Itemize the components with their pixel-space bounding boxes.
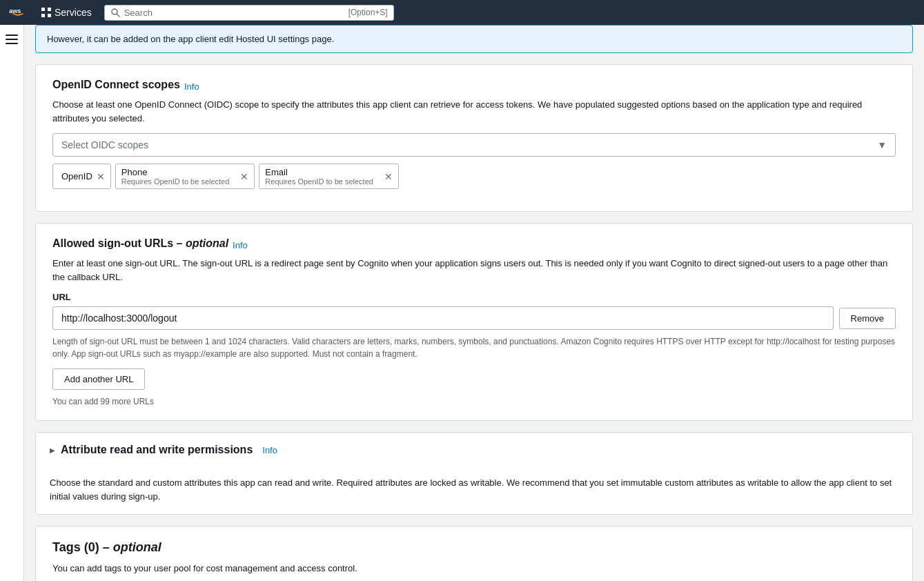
search-bar[interactable]: [Option+S] bbox=[104, 5, 394, 21]
svg-text:aws: aws bbox=[9, 8, 21, 14]
oidc-scopes-description: Choose at least one OpenID Connect (OIDC… bbox=[52, 98, 896, 125]
add-url-button[interactable]: Add another URL bbox=[52, 368, 145, 390]
tags-section: Tags (0) – optional You can add tags to … bbox=[35, 526, 913, 581]
signout-urls-description: Enter at least one sign-out URL. The sig… bbox=[52, 257, 896, 284]
svg-rect-1 bbox=[41, 8, 45, 11]
svg-rect-8 bbox=[6, 39, 18, 40]
top-navigation: aws Services [Option+S] bbox=[0, 0, 924, 25]
main-content: However, it can be added on the app clie… bbox=[24, 25, 924, 581]
attribute-permissions-header[interactable]: ▶ Attribute read and write permissions I… bbox=[36, 433, 912, 468]
tags-description: You can add tags to your user pool for c… bbox=[52, 562, 896, 575]
aws-logo-icon: aws bbox=[7, 5, 29, 20]
svg-line-6 bbox=[117, 14, 119, 17]
attribute-permissions-title: Attribute read and write permissions bbox=[61, 444, 253, 456]
scope-tag-email-content: Email Requires OpenID to be selected bbox=[259, 164, 379, 188]
attribute-permissions-info-link[interactable]: Info bbox=[262, 445, 277, 455]
oidc-scopes-section: OpenID Connect scopes Info Choose at lea… bbox=[35, 64, 913, 212]
svg-rect-9 bbox=[6, 43, 18, 44]
scope-tag-email: Email Requires OpenID to be selected ✕ bbox=[259, 164, 399, 189]
scope-tag-phone-content: Phone Requires OpenID to be selected bbox=[116, 164, 235, 188]
grid-icon bbox=[41, 8, 51, 17]
oidc-scopes-tags: OpenID ✕ Phone Requires OpenID to be sel… bbox=[52, 164, 896, 189]
signout-urls-title: Allowed sign-out URLs – optional bbox=[52, 237, 228, 250]
scope-tag-phone-remove[interactable]: ✕ bbox=[235, 164, 254, 188]
hamburger-button[interactable] bbox=[3, 30, 21, 50]
dropdown-chevron-icon: ▼ bbox=[877, 139, 887, 150]
oidc-scopes-title: OpenID Connect scopes bbox=[52, 79, 180, 91]
scope-tag-phone: Phone Requires OpenID to be selected ✕ bbox=[115, 164, 255, 189]
svg-rect-3 bbox=[41, 14, 45, 17]
search-icon bbox=[110, 8, 120, 17]
info-banner-text: However, it can be added on the app clie… bbox=[47, 34, 334, 44]
scope-tag-openid-remove[interactable]: ✕ bbox=[97, 171, 105, 182]
remove-url-button[interactable]: Remove bbox=[839, 308, 896, 329]
scope-tag-email-label: Email bbox=[265, 167, 373, 177]
scope-tag-phone-req: Requires OpenID to be selected bbox=[121, 177, 230, 186]
services-button[interactable]: Services bbox=[36, 4, 97, 21]
url-helper-text: Length of sign-out URL must be between 1… bbox=[52, 335, 896, 360]
attribute-permissions-body: Choose the standard and custom attribute… bbox=[36, 468, 912, 514]
info-banner: However, it can be added on the app clie… bbox=[35, 25, 913, 53]
attribute-permissions-section: ▶ Attribute read and write permissions I… bbox=[35, 432, 913, 515]
oidc-scopes-info-link[interactable]: Info bbox=[184, 81, 199, 92]
url-input-row: Remove bbox=[52, 306, 896, 330]
scope-tag-phone-label: Phone bbox=[121, 167, 230, 177]
svg-rect-7 bbox=[6, 35, 18, 36]
search-shortcut: [Option+S] bbox=[348, 8, 388, 17]
url-field-label: URL bbox=[52, 292, 896, 302]
signout-urls-info-link[interactable]: Info bbox=[233, 240, 248, 250]
aws-logo[interactable]: aws bbox=[7, 5, 29, 20]
oidc-scopes-dropdown[interactable]: Select OIDC scopes ▼ bbox=[52, 133, 896, 157]
tags-title: Tags (0) – optional bbox=[52, 540, 161, 555]
scope-tag-email-remove[interactable]: ✕ bbox=[379, 164, 398, 188]
svg-rect-2 bbox=[48, 8, 51, 11]
svg-rect-4 bbox=[48, 14, 51, 17]
attribute-permissions-description: Choose the standard and custom attribute… bbox=[50, 476, 898, 503]
sidebar bbox=[0, 25, 24, 581]
add-url-info: You can add 99 more URLs bbox=[52, 397, 154, 406]
scope-tag-openid-label: OpenID bbox=[61, 167, 92, 186]
oidc-scopes-placeholder: Select OIDC scopes bbox=[61, 139, 148, 150]
search-input[interactable] bbox=[124, 8, 344, 18]
signout-url-input[interactable] bbox=[52, 306, 834, 330]
page-body: However, it can be added on the app clie… bbox=[24, 25, 924, 581]
scope-tag-email-req: Requires OpenID to be selected bbox=[265, 177, 373, 186]
chevron-right-icon: ▶ bbox=[50, 446, 55, 454]
signout-urls-section: Allowed sign-out URLs – optional Info En… bbox=[35, 223, 913, 421]
hamburger-icon bbox=[6, 35, 18, 44]
scope-tag-openid: OpenID ✕ bbox=[52, 164, 111, 189]
